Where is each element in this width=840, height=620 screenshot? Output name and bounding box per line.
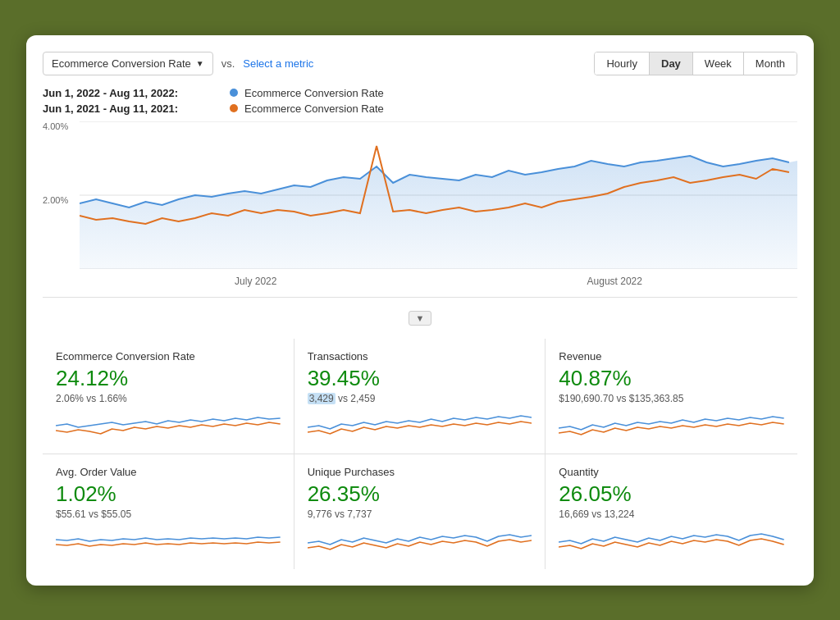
x-label-august: August 2022: [587, 276, 642, 287]
metric-title-transactions: Transactions: [308, 350, 532, 362]
metric-cell-ecr: Ecommerce Conversion Rate 24.12% 2.06% v…: [43, 339, 294, 454]
time-btn-day[interactable]: Day: [650, 52, 693, 75]
chevron-down-icon: ▼: [196, 59, 204, 68]
metric-title-revenue: Revenue: [559, 350, 784, 362]
metric-percent-revenue: 40.87%: [559, 366, 784, 391]
metric-cell-avg-order: Avg. Order Value 1.02% $55.61 vs $55.05: [43, 454, 294, 569]
time-btn-month[interactable]: Month: [744, 52, 797, 75]
mini-chart-quantity: [559, 525, 784, 554]
svg-marker-3: [80, 156, 797, 269]
header-row: Ecommerce Conversion Rate ▼ vs. Select a…: [43, 52, 797, 75]
legend-metric-2: Ecommerce Conversion Rate: [244, 103, 384, 115]
mini-chart-avg-order: [56, 525, 281, 554]
metric-percent-quantity: 26.05%: [559, 481, 784, 507]
metric-compare-ecr: 2.06% vs 1.66%: [56, 393, 281, 404]
metric-dropdown-label: Ecommerce Conversion Rate: [52, 57, 191, 70]
metric-compare-avg-order: $55.61 vs $55.05: [56, 508, 281, 520]
metric-title-quantity: Quantity: [559, 466, 784, 478]
chart-divider: [43, 297, 797, 298]
metric-title-avg-order: Avg. Order Value: [56, 466, 281, 478]
y-label-top: 4.00%: [43, 121, 80, 131]
metrics-grid: Ecommerce Conversion Rate 24.12% 2.06% v…: [43, 339, 797, 569]
main-chart: 4.00% 2.00%: [43, 121, 797, 294]
legend-dot-1: [230, 89, 238, 97]
x-label-july: July 2022: [235, 276, 276, 287]
metric-percent-ecr: 24.12%: [56, 366, 281, 391]
transactions-highlight: 3,429: [308, 393, 336, 404]
mini-chart-unique-purchases: [308, 525, 532, 554]
chart-yaxis: 4.00% 2.00%: [43, 121, 80, 269]
metric-cell-quantity: Quantity 26.05% 16,669 vs 13,224: [546, 454, 797, 569]
legend-dot-2: [230, 104, 238, 112]
select-metric-link[interactable]: Select a metric: [243, 57, 313, 70]
chart-xaxis: July 2022 August 2022: [80, 269, 797, 294]
metric-title-unique-purchases: Unique Purchases: [308, 466, 532, 478]
time-btn-hourly[interactable]: Hourly: [595, 52, 650, 75]
metric-cell-revenue: Revenue 40.87% $190,690.70 vs $135,363.8…: [546, 339, 797, 454]
chart-legend: Jun 1, 2022 - Aug 11, 2022: Ecommerce Co…: [43, 87, 797, 115]
legend-row-2: Jun 1, 2021 - Aug 11, 2021: Ecommerce Co…: [43, 103, 797, 115]
mini-chart-transactions: [308, 409, 532, 439]
chart-svg-container: [80, 121, 797, 269]
metric-compare-quantity: 16,669 vs 13,224: [559, 508, 784, 520]
metric-percent-avg-order: 1.02%: [56, 481, 281, 507]
legend-date-2: Jun 1, 2021 - Aug 11, 2021:: [43, 103, 223, 115]
metric-title-ecr: Ecommerce Conversion Rate: [56, 350, 281, 362]
metric-compare-transactions: 3,429 vs 2,459: [308, 393, 532, 404]
mini-chart-ecr: [56, 409, 281, 439]
time-btn-week[interactable]: Week: [693, 52, 744, 75]
metric-compare-unique-purchases: 9,776 vs 7,737: [308, 508, 532, 520]
mini-chart-revenue: [559, 409, 784, 439]
time-period-buttons: Hourly Day Week Month: [594, 52, 797, 75]
legend-metric-1: Ecommerce Conversion Rate: [244, 87, 384, 99]
metric-percent-transactions: 39.45%: [308, 366, 532, 391]
vs-label: vs.: [221, 57, 235, 70]
collapse-icon: ▼: [409, 311, 432, 326]
metric-dropdown[interactable]: Ecommerce Conversion Rate ▼: [43, 52, 213, 75]
metric-cell-unique-purchases: Unique Purchases 26.35% 9,776 vs 7,737: [294, 454, 546, 569]
header-left: Ecommerce Conversion Rate ▼ vs. Select a…: [43, 52, 313, 75]
legend-date-1: Jun 1, 2022 - Aug 11, 2022:: [43, 87, 223, 99]
chart-svg: [80, 121, 797, 269]
analytics-card: Ecommerce Conversion Rate ▼ vs. Select a…: [26, 35, 814, 586]
metric-percent-unique-purchases: 26.35%: [308, 481, 532, 507]
metric-compare-revenue: $190,690.70 vs $135,363.85: [559, 393, 784, 404]
collapse-button[interactable]: ▼: [43, 311, 797, 326]
y-label-mid: 2.00%: [43, 195, 80, 205]
metric-cell-transactions: Transactions 39.45% 3,429 vs 2,459: [294, 339, 546, 454]
legend-row-1: Jun 1, 2022 - Aug 11, 2022: Ecommerce Co…: [43, 87, 797, 99]
